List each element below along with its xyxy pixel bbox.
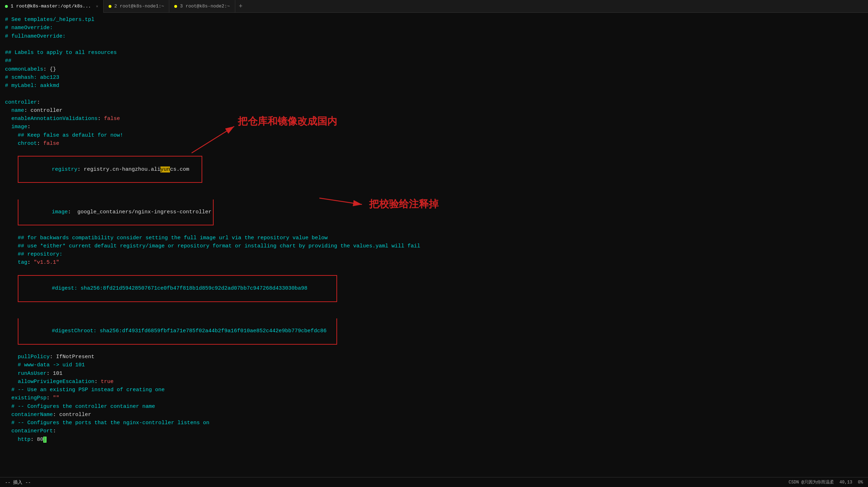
line-5: ## Labels to apply to all resources <box>5 49 863 57</box>
line-10 <box>5 90 863 98</box>
tab-bar: 1 root@k8s-master:/opt/k8s... ✕ 2 root@k… <box>0 0 868 13</box>
tab-3-dot <box>174 5 177 8</box>
line-containername-comment: # -- Configures the controller container… <box>5 403 863 411</box>
scroll-percent: 0% <box>858 480 863 485</box>
line-9: # myLabel: aakkmd <box>5 82 863 90</box>
tab-2-dot <box>109 5 111 8</box>
line-1: # See templates/_helpers.tpl <box>5 16 863 24</box>
status-right: CSDN @只因为你而温柔 40,13 0% <box>789 479 863 485</box>
line-15: ## Keep false as default for now! <box>5 131 863 139</box>
line-containerport: containerPort: <box>5 427 863 435</box>
line-digest-box: #digest: sha256:8fd21d59428507671ce0fb47… <box>5 267 863 310</box>
line-8: # scmhash: abc123 <box>5 73 863 82</box>
line-compat: ## for backwards compatibility consider … <box>5 234 863 242</box>
line-16: chroot: false <box>5 139 863 148</box>
cursor-position: 40,13 <box>840 480 852 485</box>
tab-1[interactable]: 1 root@k8s-master:/opt/k8s... ✕ <box>0 0 104 13</box>
line-14: image: <box>5 123 863 131</box>
line-pullpolicy: pullPolicy: IfNotPresent <box>5 353 863 361</box>
tab-3-label: 3 root@k8s-node2:~ <box>180 4 230 9</box>
line-13: enableAnnotationValidations: false <box>5 115 863 123</box>
line-6: ## <box>5 57 863 65</box>
tab-1-close[interactable]: ✕ <box>96 4 98 9</box>
line-http: http: 80| <box>5 436 863 444</box>
line-containername: containerName: controller <box>5 411 863 419</box>
tab-3[interactable]: 3 root@k8s-node2:~ <box>169 0 235 13</box>
line-existingpsp: existingPsp: "" <box>5 394 863 402</box>
line-repo: ## repository: <box>5 250 863 258</box>
status-bar: -- 插入 -- CSDN @只因为你而温柔 40,13 0% <box>0 477 868 487</box>
line-allowpriv: allowPrivilegeEscalation: true <box>5 378 863 386</box>
line-containerport-comment: # -- Configures the ports that the nginx… <box>5 419 863 427</box>
tab-add-button[interactable]: + <box>235 3 246 10</box>
line-12: name: controller <box>5 106 863 115</box>
terminal-content: # See templates/_helpers.tpl # nameOverr… <box>0 13 868 447</box>
tab-1-dot <box>5 5 8 8</box>
line-tag: tag: "v1.5.1" <box>5 258 863 267</box>
line-runasuser: runAsUser: 101 <box>5 370 863 378</box>
watermark: CSDN @只因为你而温柔 <box>789 479 834 485</box>
line-image-box: image: google_containers/nginx-ingress-c… <box>5 191 863 234</box>
line-registry-box: registry: registry.cn-hangzhou.aliyuncs.… <box>5 148 863 191</box>
line-useither: ## use *either* current default registry… <box>5 242 863 250</box>
line-7: commonLabels: {} <box>5 65 863 73</box>
line-2: # nameOverride: <box>5 24 863 32</box>
vim-mode: -- 插入 -- <box>5 479 31 486</box>
line-11: controller: <box>5 98 863 106</box>
line-psp-comment: # -- Use an existing PSP instead of crea… <box>5 386 863 394</box>
tab-2[interactable]: 2 root@k8s-node1:~ <box>104 0 169 13</box>
line-digestchroot-box: #digestChroot: sha256:df4931fd6859fbf1a7… <box>5 310 863 353</box>
line-4 <box>5 40 863 49</box>
line-wwwdata: # www-data -> uid 101 <box>5 361 863 369</box>
line-3: # fullnameOverride: <box>5 32 863 40</box>
status-left: -- 插入 -- <box>5 479 31 486</box>
tab-2-label: 2 root@k8s-node1:~ <box>114 4 164 9</box>
tab-1-label: 1 root@k8s-master:/opt/k8s... <box>11 4 91 9</box>
